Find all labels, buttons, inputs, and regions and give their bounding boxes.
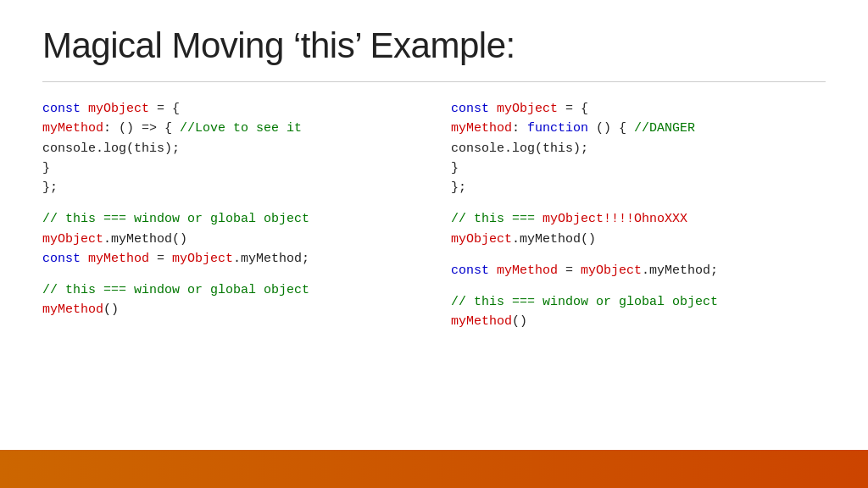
right-b1-l1: const myObject = { [451,99,826,119]
right-block-4: // this === window or global object myMe… [451,292,826,332]
comment-danger: //DANGER [634,121,695,136]
left-b2-l2: myObject.myMethod() [42,230,417,249]
left-b3-l1: // this === window or global object [42,280,417,300]
left-b2-l3: const myMethod = myObject.myMethod; [42,249,417,269]
footer-bar [0,450,868,488]
comment-love: //Love to see it [180,121,302,136]
var-myobject: myObject [88,102,149,116]
divider [42,81,826,82]
left-block-2: // this === window or global object myOb… [42,209,417,269]
left-code-column: const myObject = { myMethod: () => { //L… [42,99,417,433]
comment-window-right: // this === window or global object [451,295,718,309]
call-myobject: myObject [42,232,103,247]
right-b4-l1: // this === window or global object [451,292,826,312]
left-b1-l2: myMethod: () => { //Love to see it [42,119,417,138]
right-block-1: const myObject = { myMethod: function ()… [451,99,826,197]
right-b1-l2: myMethod: function () { //DANGER [451,119,826,138]
left-b2-l1: // this === window or global object [42,209,417,229]
right-b4-l2: myMethod() [451,312,826,331]
right-b2-l1: // this === myObject!!!!OhnoXXX [451,209,826,229]
slide-title: Magical Moving ‘this’ Example: [42,25,826,66]
slide-content: Magical Moving ‘this’ Example: const myO… [0,0,868,450]
right-b1-l3: console.log(this); [451,139,826,158]
right-b1-l4: } [451,158,826,178]
comment-window-1: // this === window or global object [42,212,309,226]
left-block-3: // this === window or global object myMe… [42,280,417,320]
left-b1-l5: }; [42,178,417,197]
right-b2-l2: myObject.myMethod() [451,230,826,249]
right-block-3: const myMethod = myObject.myMethod; [451,261,826,280]
method-name: myMethod [42,121,103,136]
left-b1-l1: const myObject = { [42,99,417,119]
comment-window-2: // this === window or global object [42,283,309,297]
right-b1-l5: }; [451,178,826,197]
comment-myobject: // this === [451,212,542,226]
left-b1-l4: } [42,158,417,178]
left-b1-l3: console.log(this); [42,139,417,158]
left-block-1: const myObject = { myMethod: () => { //L… [42,99,417,197]
right-code-column: const myObject = { myMethod: function ()… [451,99,826,433]
code-columns: const myObject = { myMethod: () => { //L… [42,99,826,433]
right-block-2: // this === myObject!!!!OhnoXXX myObject… [451,209,826,249]
right-b3-l1: const myMethod = myObject.myMethod; [451,261,826,280]
keyword-const: const [42,102,88,116]
left-b3-l2: myMethod() [42,300,417,319]
